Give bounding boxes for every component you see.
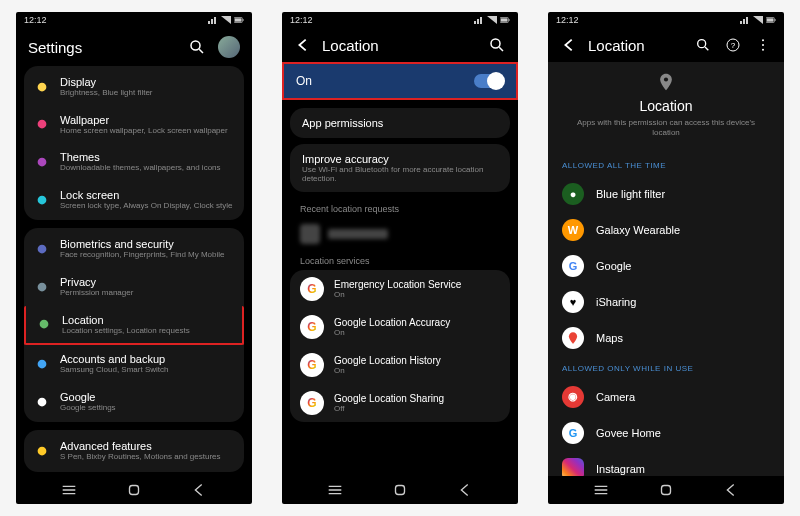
item-title: Wallpaper xyxy=(60,114,234,126)
permission-header: Location Apps with this permission can a… xyxy=(548,62,784,153)
item-title: Advanced features xyxy=(60,440,234,452)
app-row-isharing[interactable]: ♥iSharing xyxy=(552,284,780,320)
profile-avatar[interactable] xyxy=(218,36,240,58)
status-bar: 12:12 xyxy=(548,12,784,28)
back-button[interactable] xyxy=(190,481,208,499)
item-subtitle: S Pen, Bixby Routines, Motions and gestu… xyxy=(60,452,234,462)
back-button[interactable] xyxy=(722,481,740,499)
settings-item-accounts-and-backup[interactable]: Accounts and backupSamsung Cloud, Smart … xyxy=(24,345,244,383)
settings-item-lock-screen[interactable]: Lock screenScreen lock type, Always On D… xyxy=(24,181,244,219)
service-status: On xyxy=(334,290,500,299)
adv-icon xyxy=(34,443,50,459)
svg-rect-2 xyxy=(214,17,216,24)
pin-icon xyxy=(36,316,52,332)
app-name: Instagram xyxy=(596,463,645,475)
settings-item-privacy[interactable]: PrivacyPermission manager xyxy=(24,268,244,306)
service-item[interactable]: G Google Location History On xyxy=(290,346,510,384)
svg-text:?: ? xyxy=(731,41,736,50)
item-title: Accounts and backup xyxy=(60,353,234,365)
service-item[interactable]: G Emergency Location Service On xyxy=(290,270,510,308)
services-group: G Emergency Location Service On G Google… xyxy=(290,270,510,422)
item-title: Themes xyxy=(60,151,234,163)
google-icon: G xyxy=(300,315,324,339)
settings-item-location[interactable]: LocationLocation settings, Location requ… xyxy=(24,306,244,346)
location-pin-icon xyxy=(656,72,676,92)
svg-rect-27 xyxy=(509,19,510,21)
svg-rect-5 xyxy=(243,19,244,21)
help-icon[interactable]: ? xyxy=(724,36,742,54)
app-icon: ● xyxy=(562,183,584,205)
app-row-galaxy-wearable[interactable]: WGalaxy Wearable xyxy=(552,212,780,248)
search-icon[interactable] xyxy=(694,36,712,54)
home-button[interactable] xyxy=(657,481,675,499)
service-title: Google Location Accuracy xyxy=(334,317,500,328)
service-item[interactable]: G Google Location Sharing Off xyxy=(290,384,510,422)
settings-item-biometrics-and-security[interactable]: Biometrics and securityFace recognition,… xyxy=(24,230,244,268)
service-title: Emergency Location Service xyxy=(334,279,500,290)
app-row-camera[interactable]: ◉Camera xyxy=(552,379,780,415)
svg-line-7 xyxy=(199,49,203,53)
svg-rect-39 xyxy=(775,19,776,21)
home-button[interactable] xyxy=(391,481,409,499)
location-toggle-row[interactable]: On xyxy=(282,62,518,100)
improve-accuracy-item[interactable]: Improve accuracy Use Wi-Fi and Bluetooth… xyxy=(290,144,510,192)
item-title: Lock screen xyxy=(60,189,234,201)
settings-group: Biometrics and securityFace recognition,… xyxy=(24,228,244,422)
settings-item-themes[interactable]: ThemesDownloadable themes, wallpapers, a… xyxy=(24,143,244,181)
settings-item-wallpaper[interactable]: WallpaperHome screen wallpaper, Lock scr… xyxy=(24,106,244,144)
recents-button[interactable] xyxy=(60,481,78,499)
search-icon[interactable] xyxy=(188,38,206,56)
G-icon xyxy=(34,394,50,410)
recents-button[interactable] xyxy=(592,481,610,499)
app-row-blue-light-filter[interactable]: ●Blue light filter xyxy=(552,176,780,212)
app-permissions-item[interactable]: App permissions xyxy=(290,108,510,138)
back-icon[interactable] xyxy=(560,36,578,54)
settings-list[interactable]: DisplayBrightness, Blue light filterWall… xyxy=(16,66,252,476)
svg-rect-24 xyxy=(480,17,482,24)
app-name: Camera xyxy=(596,391,635,403)
service-status: Off xyxy=(334,404,500,413)
brush-icon xyxy=(34,154,50,170)
phone-screen-location: 12:12 Location On App permissions Improv… xyxy=(282,12,518,504)
more-icon[interactable] xyxy=(754,36,772,54)
app-name: Govee Home xyxy=(596,427,661,439)
recents-button[interactable] xyxy=(326,481,344,499)
status-time: 12:12 xyxy=(556,15,579,25)
sync-icon xyxy=(34,356,50,372)
header: Location ? xyxy=(548,28,784,62)
toggle-switch[interactable] xyxy=(474,74,504,88)
location-settings[interactable]: On App permissions Improve accuracy Use … xyxy=(282,62,518,476)
recent-request-item[interactable] xyxy=(290,218,510,250)
settings-group: DisplayBrightness, Blue light filterWall… xyxy=(24,66,244,220)
nav-bar xyxy=(16,476,252,504)
back-icon[interactable] xyxy=(294,36,312,54)
lock-icon xyxy=(34,192,50,208)
status-icons xyxy=(474,16,510,24)
item-subtitle: Permission manager xyxy=(60,288,234,298)
app-row-instagram[interactable]: Instagram xyxy=(552,451,780,476)
header: Settings xyxy=(16,28,252,66)
app-row-govee-home[interactable]: GGovee Home xyxy=(552,415,780,451)
svg-rect-26 xyxy=(501,18,508,21)
back-button[interactable] xyxy=(456,481,474,499)
service-item[interactable]: G Google Location Accuracy On xyxy=(290,308,510,346)
settings-item-display[interactable]: DisplayBrightness, Blue light filter xyxy=(24,68,244,106)
recent-requests-label: Recent location requests xyxy=(290,198,510,218)
allowed-all-header: ALLOWED ALL THE TIME xyxy=(552,153,780,176)
search-icon[interactable] xyxy=(488,36,506,54)
svg-point-45 xyxy=(762,44,764,46)
settings-item-google[interactable]: GoogleGoogle settings xyxy=(24,383,244,421)
svg-point-15 xyxy=(38,360,47,369)
settings-item-advanced-features[interactable]: Advanced featuresS Pen, Bixby Routines, … xyxy=(24,432,244,470)
app-row-maps[interactable]: Maps xyxy=(552,320,780,356)
app-icon: ◉ xyxy=(562,386,584,408)
home-button[interactable] xyxy=(125,481,143,499)
item-subtitle: Downloadable themes, wallpapers, and ico… xyxy=(60,163,234,173)
phone-screen-permission: 12:12 Location ? Location Apps with this… xyxy=(548,12,784,504)
svg-point-6 xyxy=(191,41,200,50)
permission-content[interactable]: Location Apps with this permission can a… xyxy=(548,62,784,476)
shield-icon xyxy=(34,241,50,257)
nav-bar xyxy=(548,476,784,504)
svg-rect-33 xyxy=(395,486,404,495)
app-row-google[interactable]: GGoogle xyxy=(552,248,780,284)
